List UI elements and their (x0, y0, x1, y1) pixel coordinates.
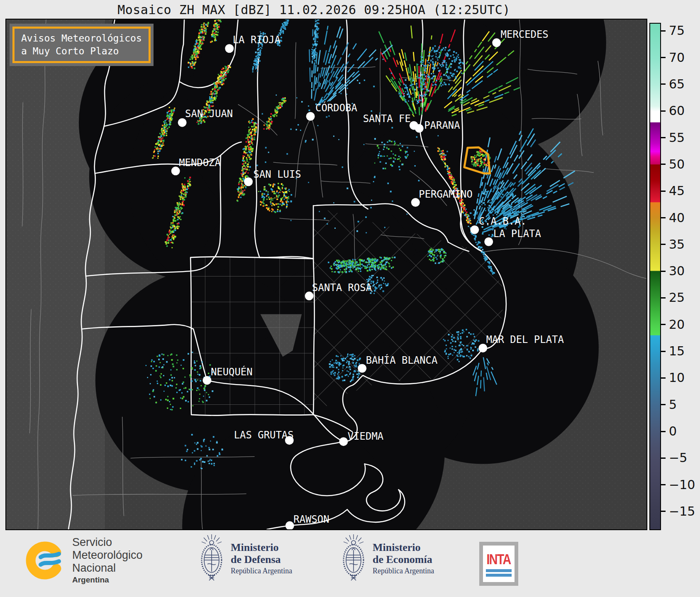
defensa-line3: República Argentina (231, 567, 292, 575)
warning-legend: Avisos Meteorológicos a Muy Corto Plazo (10, 24, 154, 66)
economia-line1: Ministerio (373, 541, 434, 553)
inta-wordmark: INTA (487, 551, 511, 568)
colorbar-tick-label: −5 (669, 450, 687, 465)
colorbar-tick-label: 35 (669, 237, 685, 252)
city-label-mar-del-plata: MAR DEL PLATA (486, 334, 564, 345)
city-label-san-luis: SAN LUIS (254, 169, 301, 180)
coat-of-arms-icon (198, 533, 225, 583)
colorbar-tick-label: 55 (669, 130, 685, 144)
city-dot-la-plata (484, 237, 493, 246)
inta-logo: INTA (479, 542, 518, 586)
city-label-mercedes: MERCEDES (501, 29, 549, 40)
colorbar-tick (661, 57, 666, 58)
colorbar-tick (661, 137, 666, 138)
city-dot-neuquen (202, 376, 211, 385)
warning-legend-line2: a Muy Corto Plazo (21, 45, 142, 58)
footer: Servicio Meteorológico Nacional Argentin… (0, 530, 700, 597)
colorbar-tick (661, 30, 666, 32)
warning-legend-line1: Avisos Meteorológicos (21, 32, 142, 45)
colorbar-tick-label: 0 (669, 424, 677, 438)
city-label-la-rioja: LA RIOJA (233, 34, 280, 46)
colorbar-tick-label: −10 (669, 477, 695, 492)
city-dot-cordoba (306, 112, 315, 121)
smn-logo-icon (24, 540, 66, 581)
la-pampa-dept-grid (191, 257, 313, 415)
colorbar-tick (661, 404, 666, 405)
defensa-line1: Ministerio (231, 541, 292, 553)
city-label-viedma: VIEDMA (348, 431, 383, 442)
coat-of-arms-icon (340, 533, 367, 583)
radar-map: LA RIOJAMERCEDESSAN JUANCÓRDOBASANTA FEP… (5, 19, 647, 530)
colorbar-tick-label: 60 (669, 103, 685, 118)
city-label-santa-fe: SANTA FE (363, 113, 411, 125)
defensa-line2: de Defensa (231, 553, 292, 565)
colorbar-tick (661, 297, 666, 298)
colorbar-tick-label: 65 (669, 77, 685, 91)
colorbar-tick (661, 458, 666, 459)
city-label-bahia-blanca: BAHÍA BLANCA (366, 354, 438, 366)
inta-bar-2 (486, 574, 512, 577)
colorbar-tick (661, 271, 666, 272)
colorbar-tick-label: 75 (669, 23, 685, 38)
radar-product-page: Mosaico ZH MAX [dBZ] 11.02.2026 09:25HOA… (0, 0, 700, 597)
economia-line3: República Argentina (373, 567, 434, 575)
ministerio-economia-logo: Ministerio de Economía República Argenti… (340, 533, 434, 583)
colorbar-tick-label: −15 (669, 504, 695, 519)
colorbar-tick-label: 5 (669, 397, 677, 412)
colorbar-tick (661, 217, 666, 218)
city-dot-mercedes (492, 38, 501, 47)
city-label-neuquen: NEUQUÉN (211, 366, 253, 378)
economia-line2: de Economía (373, 553, 434, 565)
smn-name-line1: Servicio (72, 536, 143, 549)
colorbar-tick (661, 191, 666, 192)
ministerio-defensa-logo: Ministerio de Defensa República Argentin… (198, 533, 292, 583)
colorbar-tick-label: 30 (669, 264, 685, 278)
city-label-las-grutas: LAS GRUTAS (234, 429, 294, 441)
smn-logo: Servicio Meteorológico Nacional Argentin… (24, 536, 143, 585)
smn-name-line3: Nacional (72, 562, 143, 575)
city-label-parana: PARANA (424, 120, 460, 131)
page-title: Mosaico ZH MAX [dBZ] 11.02.2026 09:25HOA… (5, 2, 647, 17)
colorbar-tick (661, 484, 666, 485)
colorbar-tick (661, 431, 666, 432)
city-label-san-juan: SAN JUAN (185, 108, 233, 120)
city-dot-bahia-blanca (358, 364, 366, 373)
city-label-la-plata: LA PLATA (493, 228, 541, 240)
colorbar-tick-label: 70 (669, 50, 685, 64)
colorbar-tick (661, 83, 666, 85)
city-dot-san-luis (244, 177, 253, 186)
city-label-pergamino: PERGAMINO (419, 188, 473, 200)
colorbar-tick (661, 377, 666, 379)
radar-map-canvas: LA RIOJAMERCEDESSAN JUANCÓRDOBASANTA FEP… (6, 20, 646, 529)
city-label-cordoba: CÓRDOBA (315, 101, 357, 114)
city-dot-viedma (339, 437, 348, 446)
city-dot-parana (415, 124, 424, 133)
city-dot-caba (470, 225, 479, 234)
colorbar-tick (661, 164, 666, 165)
colorbar-tick (661, 324, 666, 325)
colorbar-tick-label: 45 (669, 184, 685, 198)
city-label-caba: C.A.B.A. (479, 215, 527, 227)
smn-name-line4: Argentina (72, 575, 143, 585)
colorbar-tick-label: 15 (669, 344, 685, 358)
inta-bar-1 (486, 569, 512, 572)
colorbar-tick-label: 25 (669, 290, 685, 305)
city-label-mendoza: MENDOZA (179, 157, 221, 169)
colorbar-tick (661, 244, 666, 245)
colorbar-tick (661, 351, 666, 352)
colorbar-tick (661, 511, 666, 512)
colorbar (649, 23, 661, 530)
colorbar-tick-label: 50 (669, 157, 685, 171)
city-label-rawson: RAWSON (293, 514, 329, 525)
colorbar-tick-label: 10 (669, 370, 685, 385)
smn-name-line2: Meteorológico (72, 549, 143, 562)
colorbar-tick (661, 110, 666, 112)
colorbar-tick-label: 20 (669, 317, 685, 332)
colorbar-tick-label: 40 (669, 210, 685, 225)
city-label-santa-rosa: SANTA ROSA (312, 282, 372, 294)
